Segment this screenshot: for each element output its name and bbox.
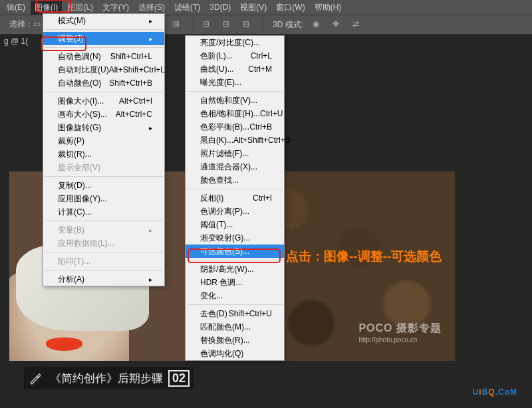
menu-calculations[interactable]: 计算(C)... <box>43 205 164 219</box>
menu-filter[interactable]: 滤镜(T) <box>170 1 204 15</box>
align-icon[interactable]: ⊟ <box>203 19 213 30</box>
slide-3d-icon[interactable]: ⇄ <box>352 19 363 30</box>
menu-match-color[interactable]: 匹配颜色(M)... <box>186 320 284 334</box>
menu-view[interactable]: 视图(V) <box>236 1 271 15</box>
separator <box>193 18 194 31</box>
menubar: 辑(E) 图像(I) 图层(L) 文字(Y) 选择(S) 滤镜(T) 3D(D)… <box>0 0 532 15</box>
menu-separator <box>45 47 163 48</box>
menu-crop[interactable]: 裁剪(P) <box>43 134 164 148</box>
tutorial-step-number: 02 <box>168 370 190 387</box>
menu-vibrance[interactable]: 自然饱和度(V)... <box>186 94 284 107</box>
menu-separator <box>187 189 283 189</box>
menu-separator <box>187 304 283 305</box>
menu-separator <box>45 270 163 270</box>
menu-replace-color[interactable]: 替换颜色(R)... <box>186 334 284 347</box>
portrait-lips <box>46 338 82 351</box>
menu-exposure[interactable]: 曝光度(E)... <box>186 76 284 89</box>
menu-separator <box>45 176 163 177</box>
menu-separator <box>45 252 163 253</box>
menu-invert[interactable]: 反相(I)Ctrl+I <box>186 191 284 205</box>
menu-separator <box>45 221 163 221</box>
menu-shadows-highlights[interactable]: 阴影/高光(W)... <box>186 262 284 276</box>
adjustments-submenu: 亮度/对比度(C)... 色阶(L)...Ctrl+L 曲线(U)...Ctrl… <box>185 35 285 361</box>
menu-variations[interactable]: 变化... <box>186 289 284 302</box>
menu-equalize[interactable]: 色调均化(Q) <box>186 347 284 360</box>
menu-apply-image[interactable]: 应用图像(Y)... <box>43 192 164 205</box>
menu-help[interactable]: 帮助(H) <box>311 1 346 15</box>
submenu-arrow-icon: ▸ <box>149 276 152 283</box>
menu-separator <box>187 91 283 92</box>
menu-brightness-contrast[interactable]: 亮度/对比度(C)... <box>186 36 284 49</box>
site-watermark: UiBQ.CoM <box>473 382 517 398</box>
menu-type[interactable]: 文字(Y) <box>98 1 133 15</box>
menu-window[interactable]: 窗口(W) <box>272 1 309 15</box>
menu-duplicate[interactable]: 复制(D)... <box>43 179 164 192</box>
menu-auto-color[interactable]: 自动颜色(O)Shift+Ctrl+B <box>43 76 164 90</box>
menu-gradient-map[interactable]: 渐变映射(G)... <box>186 231 284 245</box>
menu-variables[interactable]: 变量(B)▸ <box>43 223 164 237</box>
menu-image-size[interactable]: 图像大小(I)...Alt+Ctrl+I <box>43 94 164 108</box>
menu-apply-dataset[interactable]: 应用数据组(L)... <box>43 237 164 250</box>
menu-canvas-size[interactable]: 画布大小(S)...Alt+Ctrl+C <box>43 108 164 121</box>
menu-trap[interactable]: 陷印(T)... <box>43 255 164 268</box>
submenu-arrow-icon: ▸ <box>149 227 152 234</box>
distribute-icon[interactable]: ⊞ <box>173 19 184 30</box>
align-icon[interactable]: ⊟ <box>223 19 233 30</box>
menu-image-rotation[interactable]: 图像旋转(G)▸ <box>43 121 164 134</box>
menu-3d[interactable]: 3D(D) <box>205 1 235 13</box>
menu-posterize[interactable]: 色调分离(P)... <box>186 205 284 218</box>
menu-color-balance[interactable]: 色彩平衡(B)...Ctrl+B <box>186 120 284 134</box>
pan-3d-icon[interactable]: ✥ <box>332 19 343 30</box>
menu-mode[interactable]: 模式(M)▸ <box>43 14 164 27</box>
menu-hue-saturation[interactable]: 色相/饱和度(H)...Ctrl+U <box>186 107 284 120</box>
separator <box>263 18 263 31</box>
selection-label: 选择： <box>9 19 33 30</box>
menu-trim[interactable]: 裁切(R)... <box>43 148 164 161</box>
menu-selective-color[interactable]: 可选颜色(S)... <box>186 245 284 258</box>
menu-separator <box>45 92 163 92</box>
brush-icon <box>26 369 45 387</box>
watermark-url: http://photo.poco.cn <box>358 336 442 344</box>
tutorial-annotation: 点击：图像--调整--可选颜色 <box>286 248 442 265</box>
orbit-3d-icon[interactable]: ◉ <box>313 19 323 30</box>
menu-analysis[interactable]: 分析(A)▸ <box>43 272 164 286</box>
submenu-arrow-icon: ▸ <box>149 124 152 132</box>
submenu-arrow-icon: ▸ <box>149 35 152 43</box>
image-menu-dropdown: 模式(M)▸ 调整(J)▸ 自动色调(N)Shift+Ctrl+L 自动对比度(… <box>43 13 165 286</box>
menu-adjustments[interactable]: 调整(J)▸ <box>43 32 164 45</box>
watermark: POCO 摄影专题 http://photo.poco.cn <box>358 322 442 344</box>
watermark-title: POCO 摄影专题 <box>358 322 442 336</box>
menu-edit[interactable]: 辑(E) <box>3 1 29 15</box>
menu-photo-filter[interactable]: 照片滤镜(F)... <box>186 147 284 160</box>
menu-threshold[interactable]: 阈值(T)... <box>186 218 284 231</box>
menu-select[interactable]: 选择(S) <box>134 1 169 15</box>
menu-auto-tone[interactable]: 自动色调(N)Shift+Ctrl+L <box>43 50 164 63</box>
menu-hdr-toning[interactable]: HDR 色调... <box>186 276 284 289</box>
tutorial-step-badge: 《简约创作》后期步骤 02 <box>24 367 194 389</box>
menu-desaturate[interactable]: 去色(D)Shift+Ctrl+U <box>186 307 284 320</box>
menu-auto-contrast[interactable]: 自动对比度(U)Alt+Shift+Ctrl+L <box>43 63 164 76</box>
menu-channel-mixer[interactable]: 通道混合器(X)... <box>186 160 284 173</box>
menu-separator <box>187 260 283 260</box>
tutorial-title: 《简约创作》后期步骤 <box>50 371 163 386</box>
menu-color-lookup[interactable]: 颜色查找... <box>186 173 284 187</box>
menu-reveal-all[interactable]: 显示全部(V) <box>43 161 164 174</box>
menu-curves[interactable]: 曲线(U)...Ctrl+M <box>186 62 284 76</box>
submenu-arrow-icon: ▸ <box>149 17 152 25</box>
menu-image[interactable]: 图像(I) <box>31 1 62 15</box>
menu-levels[interactable]: 色阶(L)...Ctrl+L <box>186 49 284 62</box>
menu-separator <box>45 29 163 30</box>
menu-layer[interactable]: 图层(L) <box>63 1 97 15</box>
mode3d-label: 3D 模式: <box>273 19 303 31</box>
menu-black-white[interactable]: 黑白(K)...Alt+Shift+Ctrl+B <box>186 134 284 147</box>
align-icon[interactable]: ⊟ <box>243 19 253 30</box>
